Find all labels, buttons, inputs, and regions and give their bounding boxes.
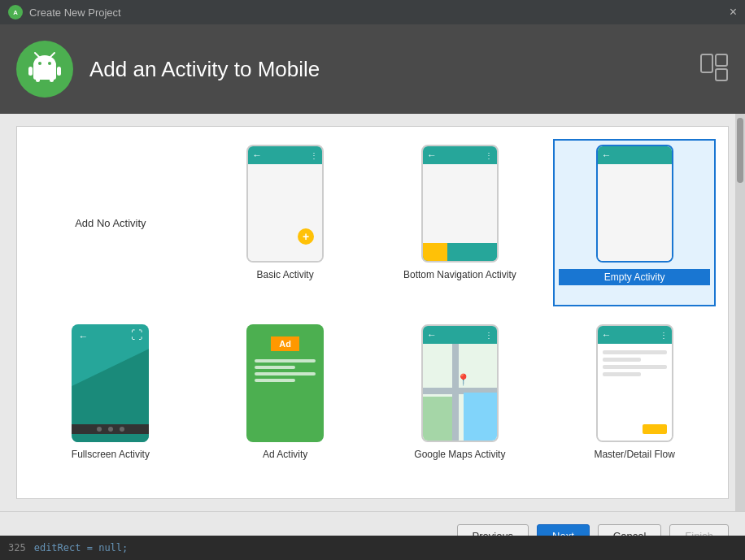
- fullscreen-label: Fullscreen Activity: [72, 449, 150, 460]
- list-back-icon: ←: [602, 329, 612, 341]
- code-text: editRect = null;: [34, 542, 129, 553]
- scrollbar[interactable]: [735, 114, 745, 511]
- bottom-nav-item-1: [423, 243, 447, 261]
- svg-line-11: [50, 53, 54, 57]
- empty-activity-label: Empty Activity: [559, 269, 710, 285]
- list-line-1: [603, 350, 667, 354]
- svg-rect-5: [57, 67, 61, 76]
- toolbar-back-icon: ←: [252, 150, 262, 161]
- android-logo: [16, 41, 73, 98]
- ad-line-1: [255, 359, 316, 362]
- basic-activity-label: Basic Activity: [257, 269, 314, 280]
- toolbar-back-icon2: ←: [427, 150, 437, 161]
- fullscreen-expand-icon: ⛶: [131, 328, 142, 341]
- window-chrome: A Create New Project ×: [0, 0, 745, 24]
- code-line-number: 325: [8, 542, 26, 553]
- list-line-3: [603, 365, 667, 369]
- list-dots-icon: ⋮: [660, 331, 668, 340]
- empty-activity-card[interactable]: ← Empty Activity: [553, 139, 716, 306]
- empty-activity-body: [598, 164, 672, 261]
- svg-rect-12: [701, 54, 712, 72]
- header-banner: Add an Activity to Mobile: [0, 24, 745, 114]
- map-green: [423, 397, 452, 441]
- map-dots-icon: ⋮: [485, 331, 493, 340]
- bottom-nav-item-2: [447, 243, 472, 261]
- list-line-2: [603, 358, 641, 362]
- ad-preview: Ad: [246, 324, 324, 442]
- activity-grid: Add No Activity ← ⋮ + Basic Activity ← ⋮: [16, 126, 729, 499]
- layout-icon: [699, 53, 729, 85]
- fullscreen-back-icon: ←: [78, 331, 88, 342]
- window-title: Create New Project: [29, 7, 121, 19]
- bottom-nav-label: Bottom Navigation Activity: [403, 269, 516, 280]
- bottom-nav-item-3: [473, 243, 497, 261]
- basic-activity-preview: ← ⋮ +: [246, 145, 324, 263]
- list-label: Master/Detail Flow: [594, 449, 674, 460]
- svg-line-10: [35, 53, 39, 57]
- svg-rect-6: [36, 75, 40, 82]
- fab-button: +: [298, 228, 314, 245]
- list-body: [598, 344, 672, 441]
- header-title: Add an Activity to Mobile: [89, 57, 320, 82]
- svg-rect-14: [716, 69, 727, 80]
- scrollbar-thumb: [737, 118, 743, 183]
- svg-rect-4: [28, 67, 33, 76]
- map-body: 📍: [423, 344, 497, 441]
- fullscreen-activity-card[interactable]: ← ⛶ Fullscreen Activity: [29, 319, 192, 486]
- close-button[interactable]: ×: [730, 6, 737, 19]
- bottom-nav-bar: [423, 243, 497, 261]
- window-title-area: A Create New Project: [8, 5, 121, 20]
- maps-label: Google Maps Activity: [414, 449, 505, 460]
- toolbar-dots-icon: ⋮: [310, 151, 318, 160]
- list-detail-btn: [643, 424, 667, 434]
- app-icon: A: [8, 5, 23, 20]
- basic-activity-card[interactable]: ← ⋮ + Basic Activity: [204, 139, 367, 306]
- ad-activity-card[interactable]: Ad Ad Activity: [204, 319, 367, 486]
- ad-lines: [255, 359, 316, 382]
- svg-point-8: [38, 62, 41, 65]
- svg-rect-13: [716, 54, 727, 66]
- no-activity-card[interactable]: Add No Activity: [29, 139, 192, 306]
- list-activity-card[interactable]: ← ⋮ Master/Detail Flow: [553, 319, 716, 486]
- ad-line-2: [255, 366, 295, 369]
- svg-text:A: A: [13, 9, 18, 16]
- no-activity-label: Add No Activity: [75, 217, 146, 229]
- map-back-icon: ←: [427, 329, 437, 341]
- bottom-dot-2: [108, 427, 113, 432]
- bottom-dot-3: [120, 427, 124, 432]
- svg-point-9: [48, 62, 51, 65]
- ad-line-3: [255, 372, 316, 376]
- fullscreen-bottom-bar: [72, 424, 149, 434]
- list-line-4: [603, 372, 641, 376]
- toolbar-dots-icon2: ⋮: [485, 151, 493, 160]
- map-road-vertical: [452, 344, 459, 441]
- maps-activity-card[interactable]: ← ⋮ 📍 Google Maps Activity: [379, 319, 542, 486]
- toolbar-back-icon3: ←: [602, 150, 612, 161]
- bottom-nav-preview: ← ⋮: [421, 145, 499, 263]
- bottom-dot-1: [97, 427, 102, 432]
- map-pin: 📍: [456, 373, 470, 386]
- code-bar: 325 editRect = null;: [0, 536, 745, 560]
- ad-line-4: [255, 379, 295, 382]
- fullscreen-preview: ← ⛶: [72, 324, 149, 442]
- basic-activity-body: +: [248, 164, 322, 261]
- ad-activity-label: Ad Activity: [263, 449, 307, 460]
- ad-banner: Ad: [271, 336, 299, 351]
- map-water: [464, 393, 497, 441]
- svg-rect-7: [50, 75, 54, 82]
- main-content: Add No Activity ← ⋮ + Basic Activity ← ⋮: [0, 114, 745, 511]
- maps-preview: ← ⋮ 📍: [421, 324, 499, 442]
- bottom-nav-activity-card[interactable]: ← ⋮ Bottom Navigation Activity: [379, 139, 542, 306]
- bottom-nav-body: [423, 164, 497, 261]
- list-preview: ← ⋮: [596, 324, 673, 442]
- empty-activity-preview: ←: [596, 145, 673, 263]
